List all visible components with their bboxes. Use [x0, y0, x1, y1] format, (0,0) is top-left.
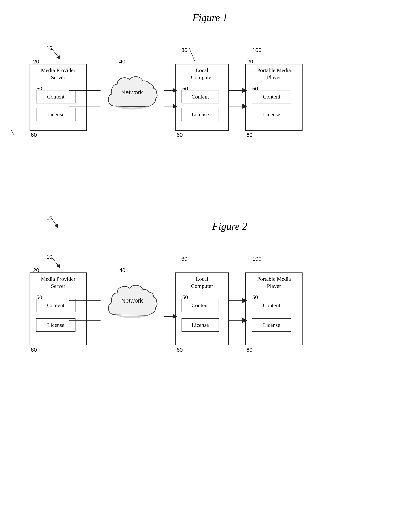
figure2-title: Figure 2 — [55, 220, 404, 232]
svg-line-9 — [189, 48, 195, 62]
diagram-arrows-fig2 — [16, 244, 404, 370]
backslash-decoration: \ — [10, 126, 14, 137]
diagram-arrows-fig1 — [16, 35, 404, 157]
figure2-header: 10 Figure 2 — [16, 220, 404, 232]
figure2-section: 10 Figure 2 10 — [16, 220, 404, 370]
ref30-line-fig1 — [185, 46, 205, 66]
figure1-title: Figure 1 — [16, 12, 404, 24]
page: Figure 1 10 20 Media ProviderServer — [0, 0, 420, 528]
figure1-section: Figure 1 10 20 Media ProviderServer — [16, 12, 404, 157]
figure1-diagram: 10 20 Media ProviderServer 50 — [16, 35, 404, 157]
figure2-diagram: 10 20 Media ProviderServer 50 Content — [16, 244, 404, 370]
svg-line-10 — [50, 216, 57, 226]
ref10-arrow-fig2 — [39, 216, 63, 233]
ref100-line-fig1 — [250, 46, 274, 66]
